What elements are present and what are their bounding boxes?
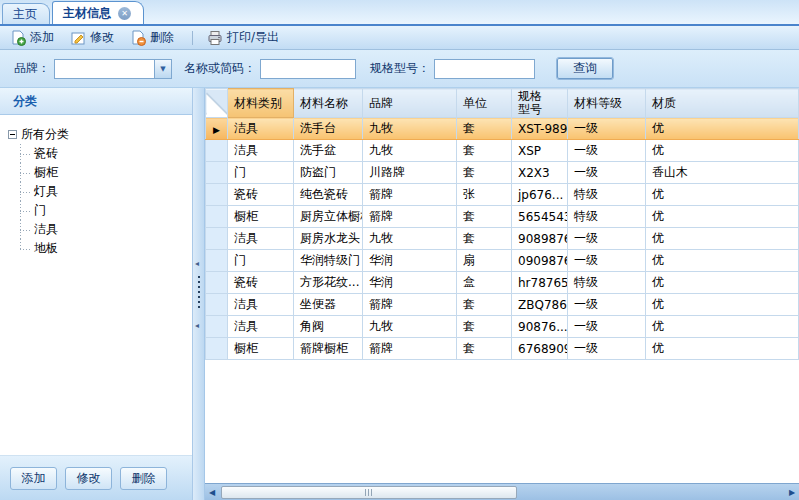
- category-delete-button[interactable]: 删除: [120, 467, 167, 490]
- table-cell[interactable]: 防盗门: [294, 162, 363, 184]
- table-cell[interactable]: 箭牌: [363, 206, 457, 228]
- table-cell[interactable]: 华润: [363, 272, 457, 294]
- row-selector[interactable]: [206, 250, 228, 272]
- table-cell[interactable]: 优: [646, 228, 799, 250]
- table-cell[interactable]: 套: [457, 316, 512, 338]
- edit-button[interactable]: 修改: [66, 27, 122, 48]
- table-cell[interactable]: 优: [646, 294, 799, 316]
- table-cell[interactable]: 瓷砖: [228, 184, 294, 206]
- table-cell[interactable]: 箭牌橱柜: [294, 338, 363, 360]
- table-cell[interactable]: 优: [646, 140, 799, 162]
- table-cell[interactable]: 九牧: [363, 140, 457, 162]
- table-cell[interactable]: XSP: [512, 140, 568, 162]
- scrollbar-thumb[interactable]: [221, 486, 517, 499]
- table-cell[interactable]: 厨房立体橱柜: [294, 206, 363, 228]
- table-row[interactable]: 瓷砖方形花纹...华润盒hr787656特级优: [206, 272, 799, 294]
- table-cell[interactable]: 特级: [568, 184, 646, 206]
- table-cell[interactable]: X2X3: [512, 162, 568, 184]
- table-cell[interactable]: 优: [646, 118, 799, 140]
- table-cell[interactable]: hr787656: [512, 272, 568, 294]
- table-cell[interactable]: 香山木: [646, 162, 799, 184]
- table-cell[interactable]: 盒: [457, 272, 512, 294]
- table-cell[interactable]: 箭牌: [363, 338, 457, 360]
- tab-material-info[interactable]: 主材信息 ✕: [52, 1, 144, 24]
- table-cell[interactable]: 纯色瓷砖: [294, 184, 363, 206]
- tree-item[interactable]: 门: [12, 201, 192, 220]
- row-selector[interactable]: [206, 228, 228, 250]
- table-cell[interactable]: 橱柜: [228, 338, 294, 360]
- table-row[interactable]: 洁具坐便器箭牌套ZBQ786一级优: [206, 294, 799, 316]
- scroll-left-icon[interactable]: ◀: [205, 484, 219, 500]
- table-row[interactable]: 门华润特级门华润扇09098768一级优: [206, 250, 799, 272]
- table-cell[interactable]: 洁具: [228, 140, 294, 162]
- table-row[interactable]: ▶洁具洗手台九牧套XST-989一级优: [206, 118, 799, 140]
- close-tab-icon[interactable]: ✕: [118, 7, 131, 20]
- table-cell[interactable]: 套: [457, 294, 512, 316]
- row-selector[interactable]: [206, 162, 228, 184]
- table-cell[interactable]: 套: [457, 162, 512, 184]
- table-cell[interactable]: 九牧: [363, 316, 457, 338]
- column-header[interactable]: 品牌: [363, 89, 457, 118]
- table-cell[interactable]: 门: [228, 250, 294, 272]
- table-cell[interactable]: 一级: [568, 162, 646, 184]
- collapse-icon[interactable]: [8, 130, 17, 139]
- table-cell[interactable]: 一级: [568, 338, 646, 360]
- table-cell[interactable]: 一级: [568, 316, 646, 338]
- row-selector[interactable]: ▶: [206, 118, 228, 140]
- table-cell[interactable]: 箭牌: [363, 184, 457, 206]
- add-button[interactable]: 添加: [6, 27, 62, 48]
- table-cell[interactable]: 套: [457, 228, 512, 250]
- table-cell[interactable]: 套: [457, 206, 512, 228]
- table-cell[interactable]: 优: [646, 206, 799, 228]
- table-cell[interactable]: ZBQ786: [512, 294, 568, 316]
- tab-home[interactable]: 主页: [2, 3, 50, 24]
- category-add-button[interactable]: 添加: [10, 467, 57, 490]
- table-cell[interactable]: 角阀: [294, 316, 363, 338]
- table-cell[interactable]: 华润特级门: [294, 250, 363, 272]
- table-row[interactable]: 洁具厨房水龙头九牧套9089876一级优: [206, 228, 799, 250]
- table-cell[interactable]: 洁具: [228, 118, 294, 140]
- tree-item[interactable]: 地板: [12, 239, 192, 258]
- table-cell[interactable]: 张: [457, 184, 512, 206]
- tree-item[interactable]: 洁具: [12, 220, 192, 239]
- table-row[interactable]: 瓷砖纯色瓷砖箭牌张jp676...特级优: [206, 184, 799, 206]
- table-cell[interactable]: 套: [457, 140, 512, 162]
- query-button[interactable]: 查询: [557, 58, 613, 79]
- tree-root-item[interactable]: 所有分类: [8, 125, 192, 144]
- table-cell[interactable]: 特级: [568, 272, 646, 294]
- name-input[interactable]: [260, 59, 356, 79]
- horizontal-scrollbar[interactable]: ◀ ▶: [205, 483, 799, 500]
- table-cell[interactable]: 坐便器: [294, 294, 363, 316]
- row-selector[interactable]: [206, 184, 228, 206]
- table-cell[interactable]: 90876...: [512, 316, 568, 338]
- table-cell[interactable]: 川路牌: [363, 162, 457, 184]
- column-header[interactable]: 材料名称: [294, 89, 363, 118]
- column-header[interactable]: 规格型号: [512, 89, 568, 118]
- table-cell[interactable]: 华润: [363, 250, 457, 272]
- grid-corner-cell[interactable]: [206, 89, 228, 118]
- table-cell[interactable]: jp676...: [512, 184, 568, 206]
- table-cell[interactable]: 56545436: [512, 206, 568, 228]
- table-cell[interactable]: 一级: [568, 140, 646, 162]
- table-cell[interactable]: 瓷砖: [228, 272, 294, 294]
- table-cell[interactable]: 洁具: [228, 228, 294, 250]
- collapse-left-icon[interactable]: ◂: [195, 260, 199, 268]
- table-cell[interactable]: 优: [646, 338, 799, 360]
- scroll-right-icon[interactable]: ▶: [785, 484, 799, 500]
- table-cell[interactable]: 九牧: [363, 118, 457, 140]
- table-cell[interactable]: 一级: [568, 228, 646, 250]
- chevron-down-icon[interactable]: ▼: [154, 60, 171, 78]
- tree-item[interactable]: 橱柜: [12, 163, 192, 182]
- table-cell[interactable]: 扇: [457, 250, 512, 272]
- table-row[interactable]: 洁具角阀九牧套90876...一级优: [206, 316, 799, 338]
- collapse-left-icon[interactable]: ◂: [195, 322, 199, 330]
- table-cell[interactable]: XST-989: [512, 118, 568, 140]
- table-cell[interactable]: 67689098: [512, 338, 568, 360]
- table-cell[interactable]: 一级: [568, 118, 646, 140]
- row-selector[interactable]: [206, 140, 228, 162]
- table-cell[interactable]: 9089876: [512, 228, 568, 250]
- spec-input[interactable]: [434, 59, 535, 79]
- row-selector[interactable]: [206, 316, 228, 338]
- table-cell[interactable]: 套: [457, 118, 512, 140]
- table-cell[interactable]: 特级: [568, 206, 646, 228]
